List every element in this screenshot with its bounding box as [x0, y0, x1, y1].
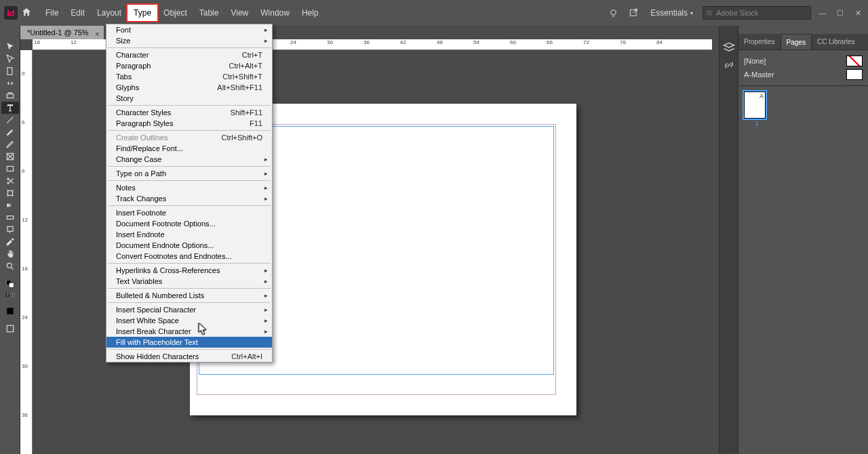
ruler-tick: 66: [547, 39, 553, 45]
home-icon[interactable]: [18, 7, 35, 20]
menu-item-insert-endnote[interactable]: Insert Endnote: [106, 229, 272, 240]
panel-tab-cc-libraries[interactable]: CC Libraries: [812, 34, 861, 49]
none-swatch: [846, 56, 863, 66]
ruler-tick: 60: [510, 39, 516, 45]
page-thumbnail-1[interactable]: A: [744, 91, 766, 119]
svg-rect-15: [7, 216, 13, 220]
menu-item-insert-footnote[interactable]: Insert Footnote: [106, 207, 272, 218]
pencil-tool[interactable]: [1, 138, 19, 150]
menu-item-document-footnote-options[interactable]: Document Footnote Options...: [106, 218, 272, 229]
menu-item-show-hidden-characters[interactable]: Show Hidden CharactersCtrl+Alt+I: [106, 351, 272, 362]
ruler-tick: 42: [400, 39, 406, 45]
panel-tab-properties[interactable]: Properties: [738, 34, 781, 49]
svg-rect-25: [7, 325, 13, 331]
links-dock-icon[interactable]: [722, 58, 736, 72]
rectangle-tool[interactable]: [1, 163, 19, 175]
menu-item-type-on-a-path[interactable]: Type on a Path: [106, 168, 272, 179]
menu-item-tabs[interactable]: TabsCtrl+Shift+T: [106, 71, 272, 82]
menu-window[interactable]: Window: [254, 5, 296, 21]
tips-icon[interactable]: [606, 5, 620, 20]
menu-item-story[interactable]: Story: [106, 93, 272, 104]
menu-object[interactable]: Object: [157, 5, 193, 21]
menu-item-paragraph-styles[interactable]: Paragraph StylesF11: [106, 118, 272, 129]
direct-selection-tool[interactable]: [1, 53, 19, 65]
svg-rect-16: [7, 226, 12, 231]
ruler-tick: 54: [473, 39, 479, 45]
right-panel: PropertiesPagesCC Libraries [None] A-Mas…: [738, 26, 868, 454]
menu-item-shortcut: F11: [250, 119, 262, 127]
menu-item-find-replace-font[interactable]: Find/Replace Font...: [106, 143, 272, 154]
menu-item-font[interactable]: Font: [106, 24, 272, 35]
fill-stroke-swatch[interactable]: [1, 278, 19, 290]
hand-tool[interactable]: [1, 248, 19, 260]
stock-search[interactable]: Adobe Stock: [703, 6, 811, 20]
rectangle-frame-tool[interactable]: [1, 150, 19, 163]
menu-item-shortcut: Alt+Shift+F11: [217, 83, 262, 91]
menu-item-track-changes[interactable]: Track Changes: [106, 193, 272, 204]
scissors-tool[interactable]: [1, 175, 19, 187]
menu-layout[interactable]: Layout: [91, 5, 127, 21]
menu-view[interactable]: View: [224, 5, 254, 21]
window-close[interactable]: ✕: [852, 8, 864, 18]
menu-item-character-styles[interactable]: Character StylesShift+F11: [106, 107, 272, 118]
menu-item-notes[interactable]: Notes: [106, 182, 272, 193]
menu-item-insert-special-character[interactable]: Insert Special Character: [106, 304, 272, 315]
note-tool[interactable]: [1, 224, 19, 236]
pen-tool[interactable]: [1, 126, 19, 138]
menu-item-convert-footnotes-and-endnotes[interactable]: Convert Footnotes and Endnotes...: [106, 251, 272, 262]
menu-item-label: Story: [116, 94, 262, 102]
menu-type[interactable]: Type: [127, 5, 157, 21]
menu-table[interactable]: Table: [193, 5, 225, 21]
menu-item-change-case[interactable]: Change Case: [106, 154, 272, 165]
panel-row-none[interactable]: [None]: [744, 54, 863, 68]
format-container-text-toggle[interactable]: TT: [1, 290, 19, 300]
line-tool[interactable]: [1, 114, 19, 126]
selection-tool[interactable]: [1, 41, 19, 53]
menu-item-character[interactable]: CharacterCtrl+T: [106, 49, 272, 60]
svg-rect-6: [7, 167, 13, 171]
menu-item-label: Tabs: [116, 73, 222, 81]
menu-item-size[interactable]: Size: [106, 35, 272, 46]
menu-item-label: Insert Footnote: [116, 209, 262, 217]
menu-item-label: Paragraph: [116, 62, 229, 70]
view-mode-toggle[interactable]: [1, 323, 19, 335]
menu-item-label: Insert Break Character: [116, 327, 262, 335]
close-tab-icon[interactable]: ×: [95, 27, 99, 41]
document-tab[interactable]: *Untitled-1 @ 75% ×: [20, 26, 104, 39]
menu-item-hyperlinks-cross-references[interactable]: Hyperlinks & Cross-References: [106, 265, 272, 276]
eyedropper-tool[interactable]: [1, 236, 19, 248]
menu-item-insert-white-space[interactable]: Insert White Space: [106, 315, 272, 326]
share-icon[interactable]: [626, 5, 641, 20]
menu-help[interactable]: Help: [296, 5, 325, 21]
window-maximize[interactable]: ☐: [834, 8, 846, 18]
menu-item-shortcut: Shift+F11: [231, 108, 262, 117]
menu-item-document-endnote-options[interactable]: Document Endnote Options...: [106, 240, 272, 251]
menu-file[interactable]: File: [39, 5, 64, 21]
menu-edit[interactable]: Edit: [64, 5, 91, 21]
ruler-tick: 30: [22, 363, 28, 369]
ruler-tick: 78: [620, 39, 626, 45]
workspace-switcher[interactable]: Essentials ▾: [646, 8, 697, 18]
menu-item-glyphs[interactable]: GlyphsAlt+Shift+F11: [106, 82, 272, 93]
window-minimize[interactable]: —: [816, 8, 829, 18]
apply-color[interactable]: [1, 305, 19, 317]
gradient-feather-tool[interactable]: [1, 211, 19, 224]
menu-item-fill-with-placeholder-text[interactable]: Fill with Placeholder Text: [106, 337, 272, 348]
svg-text:T: T: [12, 293, 14, 297]
page-tool[interactable]: [1, 65, 19, 77]
gap-tool[interactable]: [1, 77, 19, 89]
ruler-tick: 30: [327, 39, 333, 45]
menu-item-paragraph[interactable]: ParagraphCtrl+Alt+T: [106, 60, 272, 71]
content-collector-tool[interactable]: [1, 89, 19, 102]
vertical-ruler[interactable]: 066121824303642: [20, 50, 33, 454]
gradient-swatch-tool[interactable]: [1, 199, 19, 211]
menu-item-bulleted-numbered-lists[interactable]: Bulleted & Numbered Lists: [106, 290, 272, 301]
type-tool[interactable]: [1, 102, 19, 114]
menu-item-insert-break-character[interactable]: Insert Break Character: [106, 326, 272, 337]
free-transform-tool[interactable]: [1, 187, 19, 199]
panel-tab-pages[interactable]: Pages: [781, 34, 812, 49]
layers-dock-icon[interactable]: [722, 41, 736, 54]
zoom-tool[interactable]: [1, 260, 19, 272]
panel-row-master[interactable]: A-Master: [744, 68, 863, 81]
menu-item-text-variables[interactable]: Text Variables: [106, 276, 272, 287]
